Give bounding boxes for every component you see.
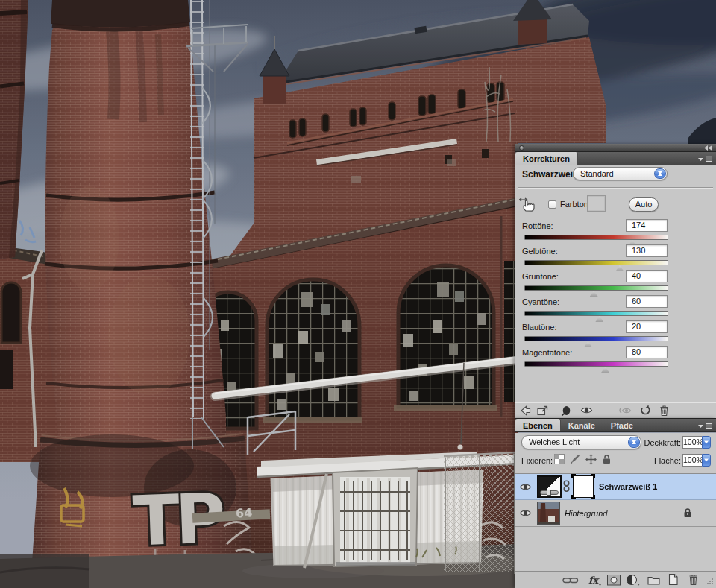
slider-track[interactable] [524,260,668,265]
slider-label: Rottöne: [522,221,553,230]
preset-select[interactable]: Standard [573,167,668,180]
slider-magentatoene: Magentatöne: 80 [515,346,716,371]
slider-label: Cyantöne: [522,297,559,306]
fill-value[interactable]: 100% [682,454,702,467]
expand-panel-icon[interactable] [537,405,549,416]
panel-menu-icon[interactable] [698,155,713,163]
new-adjustment-layer-icon[interactable] [626,574,641,587]
fill-label: Fläche: [644,456,681,465]
layer-style-fx-icon[interactable]: fx [588,574,603,587]
dropdown-arrow-icon[interactable] [702,436,711,449]
fill-field[interactable]: 100% [682,454,711,467]
visibility-eye-icon[interactable] [519,483,532,491]
blend-mode-select[interactable]: Weiches Licht [521,435,641,449]
tab-kanaele[interactable]: Kanäle [561,419,603,431]
layer-name[interactable]: Hintergrund [565,509,607,518]
slider-cyantoene: Cyantöne: 60 [515,295,716,320]
add-mask-icon[interactable] [607,575,621,586]
slider-rottoene: Rottöne: 174 [515,219,716,244]
slider-gelbtoene: Gelbtöne: 130 [515,244,716,270]
slider-value-field[interactable]: 80 [626,346,668,358]
layer-lock-icon [683,508,692,518]
dropdown-arrow-icon[interactable] [702,454,711,467]
layer-name[interactable]: Schwarzweiß 1 [599,482,657,491]
slider-gruentoene: Grüntöne: 40 [515,270,716,295]
tab-pfade[interactable]: Pfade [603,419,641,431]
lock-transparency-icon[interactable] [554,454,565,467]
adjustments-content: Schwarzweiß Standard Farbton Auto Rottön… [515,165,716,418]
layer-visibility-cell[interactable] [515,500,536,526]
adjustment-layer-thumbnail[interactable] [537,475,562,498]
layers-tabbar: Ebenen Kanäle Pfade [515,419,716,432]
auto-button[interactable]: Auto [629,197,659,212]
slider-value-field[interactable]: 20 [626,320,668,333]
farbton-label: Farbton [560,200,588,209]
svg-text:fx: fx [588,575,600,586]
slider-track[interactable] [524,311,668,316]
layer-row-schwarzweiss[interactable]: Schwarzweiß 1 [515,474,716,500]
opacity-label: Deckkraft: [644,438,681,447]
trash-icon[interactable] [659,405,670,417]
trash-icon[interactable] [688,573,699,586]
adjustments-panel: Korrekturen Schwarzweiß Standard Fa [515,144,716,418]
background-layer-thumbnail[interactable] [537,502,560,525]
farbton-swatch[interactable] [587,195,606,212]
blend-mode-value: Weiches Licht [522,436,627,449]
clip-to-layer-icon[interactable] [561,405,571,417]
lock-all-icon[interactable] [602,454,612,467]
tab-ebenen[interactable]: Ebenen [515,419,561,431]
layer-row-hintergrund[interactable]: Hintergrund [515,500,716,527]
stepper-icon [654,168,666,179]
new-layer-icon[interactable] [668,573,679,586]
adjustments-footer [515,402,716,418]
resize-grip-icon[interactable] [706,578,714,586]
panel-dock-bar[interactable] [515,144,716,152]
layer-mask-thumbnail[interactable] [573,475,594,498]
opacity-field[interactable]: 100% [682,436,711,449]
photoshop-window: TP [0,0,716,588]
slider-value-field[interactable]: 130 [626,244,668,257]
adjustment-title: Schwarzweiß [522,169,578,180]
panel-knob-icon[interactable] [519,145,524,151]
lock-position-icon[interactable] [585,454,597,467]
visibility-eye-icon[interactable] [519,509,532,517]
slider-label: Gelbtöne: [522,247,558,256]
slider-track[interactable] [524,336,668,341]
new-group-folder-icon[interactable] [647,575,660,585]
collapse-dock-icon[interactable] [704,145,712,151]
slider-value-field[interactable]: 174 [626,219,668,232]
slider-label: Blautöne: [522,323,556,332]
layers-footer: fx [515,571,716,588]
layers-panel: Ebenen Kanäle Pfade Weiches Licht Deckkr… [515,418,716,588]
mini-slider-icon [540,490,559,495]
adjustments-tabbar: Korrekturen [515,152,716,165]
view-previous-state-icon[interactable] [618,406,632,415]
lock-pixels-brush-icon[interactable] [570,454,580,467]
mask-link-icon[interactable] [563,480,570,493]
visibility-eye-icon[interactable] [580,406,593,414]
scrubby-hand-icon[interactable] [519,195,537,213]
slider-label: Grüntöne: [522,272,559,281]
slider-label: Magentatöne: [522,348,572,357]
lock-row-label: Fixieren: [521,456,553,465]
layers-content: Weiches Licht Deckkraft: 100% Fixieren: [515,433,716,588]
back-arrow-icon[interactable] [520,405,531,416]
slider-value-field[interactable]: 40 [626,270,668,282]
opacity-value[interactable]: 100% [682,436,702,449]
stepper-icon [628,437,640,448]
reset-icon[interactable] [639,405,651,417]
preset-select-value: Standard [574,168,653,180]
slider-track[interactable] [524,285,668,291]
link-layers-icon[interactable] [562,577,579,584]
slider-thumb[interactable] [601,367,609,373]
slider-blautoene: Blautöne: 20 [515,320,716,346]
panel-menu-icon[interactable] [698,422,713,430]
farbton-checkbox[interactable] [548,200,556,209]
divider [518,187,713,188]
layer-visibility-cell[interactable] [515,474,536,499]
lock-icons [554,454,612,467]
tab-korrekturen[interactable]: Korrekturen [515,152,578,165]
slider-track[interactable] [524,235,668,240]
slider-track[interactable] [524,361,668,367]
slider-value-field[interactable]: 60 [626,295,668,308]
